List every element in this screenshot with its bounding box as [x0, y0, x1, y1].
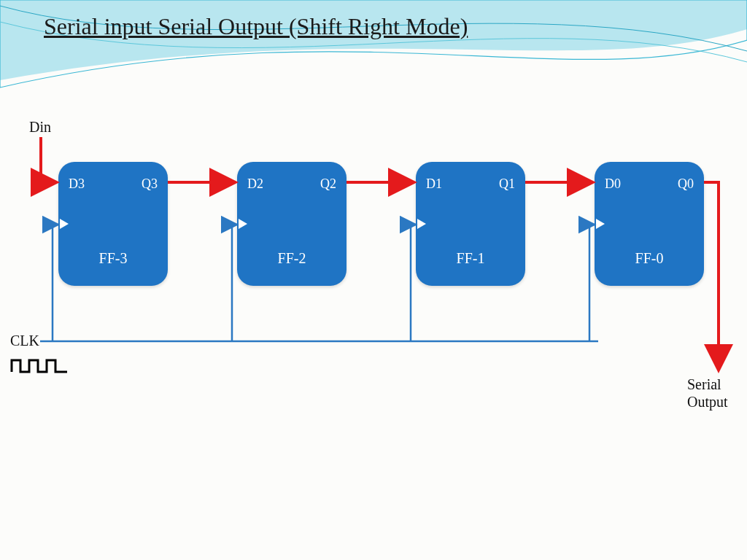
ff3-name: FF-3: [58, 250, 168, 267]
ff1-name: FF-1: [416, 250, 525, 267]
ff3-q-label: Q3: [142, 176, 158, 192]
din-label: Din: [29, 119, 51, 136]
ff1-d-label: D1: [426, 176, 442, 192]
flipflop-0: D0 Q0 FF-0: [595, 162, 704, 286]
ff3-d-label: D3: [69, 176, 85, 192]
ff1-clk-indicator: [417, 219, 426, 229]
ff3-clk-indicator: [60, 219, 69, 229]
ff1-q-label: Q1: [499, 176, 515, 192]
flipflop-2: D2 Q2 FF-2: [237, 162, 347, 286]
flipflop-3: D3 Q3 FF-3: [58, 162, 168, 286]
clk-label: CLK: [10, 332, 39, 349]
page-title: Serial input Serial Output (Shift Right …: [44, 13, 468, 40]
ff2-name: FF-2: [237, 250, 347, 267]
serial-output-label: Serial Output: [687, 376, 728, 411]
ff0-d-label: D0: [605, 176, 621, 192]
flipflop-1: D1 Q1 FF-1: [416, 162, 525, 286]
ff2-q-label: Q2: [320, 176, 336, 192]
ff2-d-label: D2: [247, 176, 263, 192]
ff0-name: FF-0: [595, 250, 704, 267]
clock-waveform-icon: [10, 357, 69, 375]
ff2-clk-indicator: [239, 219, 247, 229]
ff0-q-label: Q0: [678, 176, 694, 192]
ff0-clk-indicator: [596, 219, 605, 229]
